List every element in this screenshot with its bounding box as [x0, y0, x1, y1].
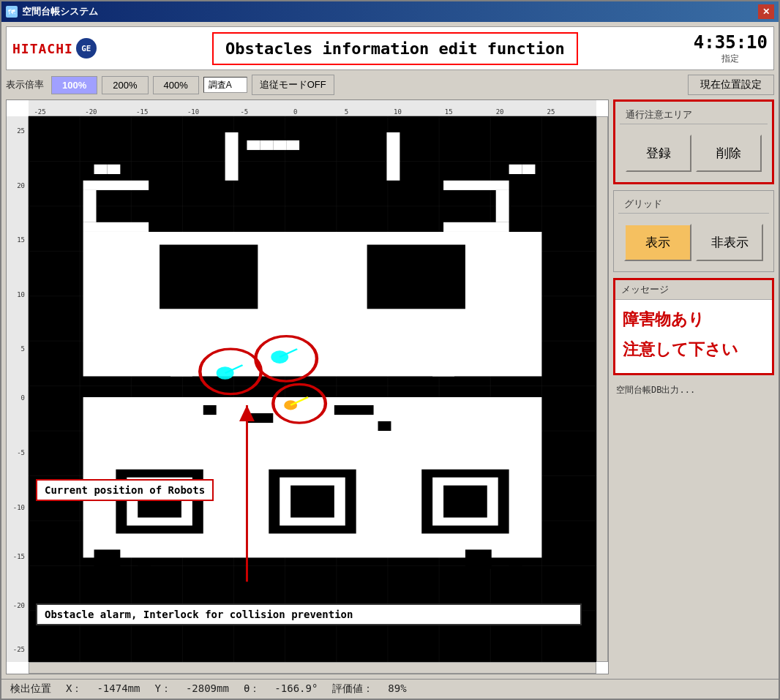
close-button[interactable]: ✕ [758, 4, 774, 19]
ruler-tick: -5 [240, 108, 248, 116]
ruler-tick: 20 [17, 182, 25, 189]
svg-rect-26 [83, 181, 149, 190]
ruler-tick: 15 [445, 108, 453, 116]
svg-rect-37 [170, 357, 192, 376]
ruler-tick: -25 [13, 646, 25, 653]
header-section: HITACHI GE Obstacles information edit fu… [6, 26, 774, 70]
ruler-tick: -15 [13, 553, 25, 560]
clock-time: 4:35:10 [694, 32, 768, 53]
ruler-tick: 25 [17, 127, 25, 135]
ruler-tick: -20 [13, 602, 25, 609]
y-label: Y： [154, 682, 170, 696]
delete-button[interactable]: 削除 [696, 135, 762, 172]
svg-rect-51 [400, 253, 413, 263]
title-bar-left: 🗺 空間台帳システム [6, 5, 98, 18]
map-container[interactable]: -25 -20 -15 -10 -5 0 5 10 15 20 25 [6, 99, 609, 674]
svg-rect-64 [107, 165, 120, 174]
map-section: -25 -20 -15 -10 -5 0 5 10 15 20 25 [6, 99, 774, 674]
survey-input[interactable] [203, 77, 247, 93]
svg-rect-59 [94, 549, 121, 568]
svg-rect-52 [413, 253, 426, 263]
svg-rect-35 [269, 293, 356, 333]
page-title: Obstacles information edit function [212, 32, 578, 65]
svg-rect-38 [432, 357, 454, 376]
map-svg [29, 116, 596, 662]
svg-rect-61 [465, 549, 492, 568]
x-label: X： [66, 682, 82, 696]
svg-rect-29 [443, 181, 509, 190]
message-line1: 障害物あり [623, 307, 765, 331]
zoom-400-button[interactable]: 400% [153, 76, 199, 94]
show-grid-button[interactable]: 表示 [624, 224, 691, 261]
eval-value: 89% [388, 682, 406, 696]
obstacle-alarm-annotation: Obstacle alarm, Interlock for collision … [36, 603, 582, 625]
ruler-tick: -15 [136, 108, 148, 116]
window-title: 空間台帳システム [22, 5, 98, 18]
svg-rect-33 [160, 245, 258, 309]
vertical-scrollbar[interactable] [596, 116, 608, 662]
svg-rect-50 [228, 253, 241, 263]
theta-value: -166.9° [274, 682, 318, 696]
svg-rect-65 [509, 165, 522, 174]
svg-rect-53 [225, 132, 239, 181]
eval-label: 評価値： [332, 682, 373, 696]
svg-rect-46 [290, 486, 334, 518]
svg-rect-23 [260, 140, 273, 150]
main-window: 🗺 空間台帳システム ✕ HITACHI GE Obstacles inform… [0, 0, 780, 700]
robot-position-annotation: Current position of Robots [36, 479, 214, 501]
svg-rect-27 [83, 190, 97, 222]
passage-buttons: 登録 削除 [620, 129, 768, 178]
message-line2: 注意して下さい [623, 337, 765, 361]
db-output: 空間台帳DB出力... [613, 381, 774, 399]
clock-area: 4:35:10 指定 [694, 32, 768, 65]
hitachi-logo: HITACHI [12, 41, 73, 56]
main-content: HITACHI GE Obstacles information edit fu… [1, 22, 779, 679]
svg-rect-31 [443, 222, 509, 232]
ruler-tick: 25 [547, 108, 555, 116]
ruler-tick: 5 [345, 108, 348, 116]
ruler-tick: -25 [34, 108, 45, 116]
horizontal-scrollbar[interactable] [29, 662, 596, 674]
zoom-label: 表示倍率 [6, 78, 44, 91]
ruler-tick: 15 [17, 236, 25, 244]
ruler-tick: 5 [21, 345, 25, 353]
controls-row: 表示倍率 100% 200% 400% 追従モードOFF 現在位置設定 [6, 73, 774, 97]
hide-grid-button[interactable]: 非表示 [696, 224, 763, 261]
follow-mode-button[interactable]: 追従モードOFF [252, 75, 334, 95]
x-value: -1474mm [97, 682, 140, 696]
svg-rect-0 [29, 116, 596, 662]
ruler-top: -25 -20 -15 -10 -5 0 5 10 15 20 25 [29, 100, 596, 116]
zoom-100-button[interactable]: 100% [51, 76, 97, 94]
theta-label: θ： [244, 682, 260, 696]
ruler-tick: 10 [17, 291, 25, 298]
message-section: メッセージ 障害物あり 注意して下さい [613, 278, 774, 375]
grid-buttons: 表示 非表示 [618, 218, 769, 267]
logo-area: HITACHI GE [12, 38, 97, 59]
ruler-tick: 0 [293, 108, 297, 116]
svg-rect-66 [522, 165, 536, 174]
ruler-tick: -10 [187, 108, 199, 116]
position-button[interactable]: 現在位置設定 [688, 75, 774, 95]
status-bar: 検出位置 X： -1474mm Y： -2809mm θ： -166.9° 評価… [1, 679, 779, 699]
svg-rect-54 [386, 132, 400, 181]
grid-section: グリッド 表示 非表示 [613, 190, 774, 272]
svg-rect-63 [94, 165, 108, 174]
svg-point-67 [217, 366, 234, 380]
ruler-tick: 0 [21, 394, 25, 402]
right-panel: 通行注意エリア 登録 削除 グリッド 表示 非表示 メッセージ [613, 99, 774, 674]
register-button[interactable]: 登録 [626, 135, 691, 172]
message-body: 障害物あり 注意して下さい [615, 300, 772, 373]
svg-rect-24 [273, 140, 286, 150]
svg-rect-56 [247, 413, 273, 423]
passage-title: 通行注意エリア [620, 106, 768, 124]
svg-rect-62 [509, 565, 522, 575]
ruler-left: 25 20 15 10 5 0 -5 -10 -15 -20 -25 [7, 116, 29, 662]
svg-rect-58 [378, 421, 391, 431]
status-label: 検出位置 [10, 682, 51, 696]
passage-section: 通行注意エリア 登録 削除 [613, 99, 774, 184]
svg-rect-48 [443, 486, 487, 518]
ruler-tick: 10 [394, 108, 402, 116]
zoom-200-button[interactable]: 200% [102, 76, 148, 94]
ruler-tick: 20 [496, 108, 504, 116]
ruler-tick: -5 [17, 449, 25, 456]
